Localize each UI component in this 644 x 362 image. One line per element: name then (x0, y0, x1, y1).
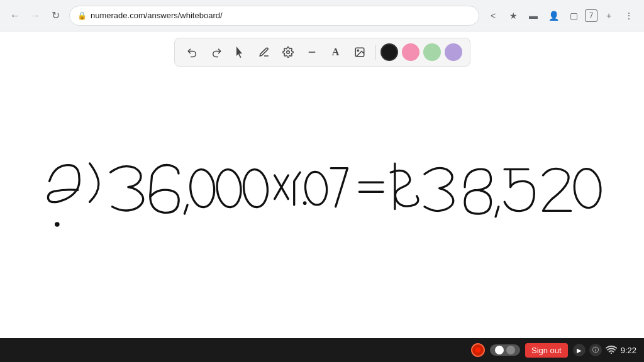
svg-point-11 (573, 168, 602, 209)
svg-point-0 (286, 51, 289, 54)
taskbar-icon-2: ⓘ (589, 344, 602, 356)
new-tab-button[interactable]: + (600, 7, 618, 25)
undo-button[interactable] (182, 42, 203, 62)
browser-actions: < ★ ▬ 👤 ▢ 7 + ⋮ (484, 7, 638, 25)
tab-count-button[interactable]: 7 (585, 9, 597, 22)
taskbar-record-icon (471, 343, 485, 357)
svg-point-12 (55, 222, 60, 227)
pill-dot-2 (506, 346, 515, 354)
window-button[interactable]: ▢ (565, 7, 582, 25)
color-black-button[interactable] (380, 43, 398, 61)
sign-out-button[interactable]: Sign out (525, 343, 568, 358)
svg-point-3 (357, 50, 358, 51)
taskbar: Sign out ▶ ⓘ 9:22 (0, 338, 644, 362)
svg-point-7 (303, 201, 307, 205)
whiteboard-canvas[interactable] (0, 72, 644, 338)
menu-button[interactable]: ⋮ (620, 7, 638, 25)
lock-icon: 🔒 (77, 11, 87, 20)
svg-point-8 (304, 171, 328, 206)
redo-button[interactable] (206, 42, 226, 62)
taskbar-right-icons: ▶ ⓘ 9:22 (573, 344, 636, 356)
pen-tool-button[interactable] (254, 42, 274, 62)
color-green-button[interactable] (423, 43, 441, 61)
profile-button[interactable]: 👤 (545, 7, 562, 25)
svg-point-4 (189, 168, 216, 208)
taskbar-icon-1: ▶ (573, 344, 586, 356)
svg-point-13 (611, 352, 612, 353)
toolbar: A (174, 38, 470, 67)
image-tool-button[interactable] (350, 42, 370, 62)
pill-group (490, 344, 520, 356)
color-lavender-button[interactable] (445, 43, 462, 61)
select-tool-button[interactable] (230, 42, 250, 62)
color-pink-button[interactable] (402, 43, 419, 61)
toolbar-separator (375, 45, 375, 60)
text-tool-button[interactable]: A (326, 42, 346, 62)
browser-chrome: ← → ↻ 🔒 numerade.com/answers/whiteboard/… (0, 0, 644, 31)
address-bar[interactable]: 🔒 numerade.com/answers/whiteboard/ (69, 6, 479, 26)
line-tool-button[interactable] (302, 42, 322, 62)
refresh-button[interactable]: ↻ (47, 7, 64, 25)
settings-tool-button[interactable] (278, 42, 298, 62)
bookmark-button[interactable]: ★ (504, 7, 522, 25)
svg-point-6 (242, 168, 269, 208)
wifi-icon (606, 345, 617, 356)
toolbar-container: A (0, 31, 644, 72)
share-button[interactable]: < (484, 7, 502, 25)
nav-buttons: ← → ↻ (6, 7, 64, 25)
forward-button[interactable]: → (26, 7, 44, 25)
time-display: 9:22 (621, 346, 636, 355)
extensions-button[interactable]: ▬ (525, 7, 542, 25)
back-button[interactable]: ← (6, 7, 24, 25)
pill-dot-1 (495, 346, 504, 354)
svg-point-5 (216, 168, 243, 208)
handwriting-svg (0, 72, 644, 338)
url-text: numerade.com/answers/whiteboard/ (91, 11, 471, 20)
